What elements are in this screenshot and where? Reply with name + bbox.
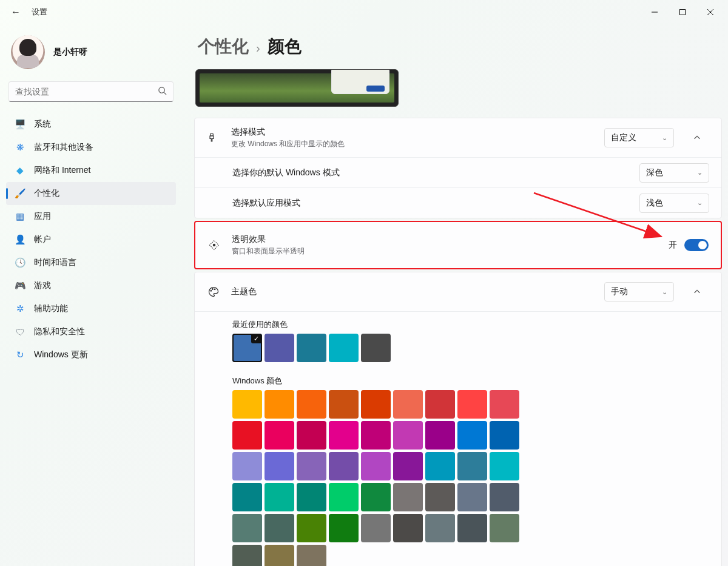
maximize-button[interactable]	[669, 2, 696, 22]
color-swatch[interactable]	[232, 514, 262, 542]
color-swatch[interactable]	[297, 421, 326, 450]
color-swatch[interactable]	[265, 390, 294, 419]
search-input[interactable]	[8, 81, 174, 102]
color-swatch[interactable]	[393, 390, 423, 419]
color-swatch[interactable]	[490, 514, 519, 542]
color-swatch[interactable]	[265, 452, 294, 480]
mode-row[interactable]: 选择模式 更改 Windows 和应用中显示的颜色 自定义⌄	[195, 118, 721, 157]
accent-dropdown[interactable]: 手动⌄	[604, 282, 674, 302]
mode-title: 选择模式	[231, 127, 593, 138]
color-swatch[interactable]	[265, 545, 294, 566]
svg-line-9	[534, 193, 661, 237]
color-swatch[interactable]	[297, 390, 326, 419]
back-button[interactable]: ←	[4, 7, 28, 18]
color-swatch[interactable]	[361, 452, 391, 480]
color-swatch[interactable]	[329, 390, 359, 419]
color-swatch[interactable]	[425, 483, 455, 511]
user-profile[interactable]: 是小轩呀	[6, 29, 176, 81]
transparency-desc: 窗口和表面显示半透明	[232, 246, 658, 257]
color-swatch[interactable]	[393, 421, 423, 450]
color-swatch[interactable]	[490, 390, 519, 419]
recent-swatch[interactable]	[361, 334, 391, 362]
color-swatch[interactable]	[490, 483, 519, 511]
color-swatch[interactable]	[329, 452, 359, 480]
color-swatch[interactable]	[393, 452, 423, 480]
color-swatch[interactable]	[297, 545, 326, 566]
color-swatch[interactable]	[265, 483, 294, 511]
sidebar-item-9[interactable]: 🛡隐私和安全性	[6, 320, 176, 343]
chevron-down-icon: ⌄	[662, 288, 667, 296]
nav-icon: 🖌️	[15, 188, 25, 199]
svg-point-12	[214, 289, 215, 290]
palette-icon	[207, 286, 220, 298]
collapse-button[interactable]	[685, 280, 709, 304]
recent-swatch[interactable]	[297, 334, 326, 362]
svg-point-4	[159, 87, 164, 93]
color-swatch[interactable]	[490, 452, 519, 480]
color-swatch[interactable]	[297, 483, 326, 511]
color-swatch[interactable]	[457, 390, 487, 419]
color-swatch[interactable]	[457, 452, 487, 480]
recent-swatch[interactable]	[232, 334, 262, 362]
color-swatch[interactable]	[425, 390, 455, 419]
color-swatch[interactable]	[457, 514, 487, 542]
windows-mode-row[interactable]: 选择你的默认 Windows 模式 深色⌄	[195, 157, 721, 187]
collapse-button[interactable]	[685, 126, 709, 150]
color-swatch[interactable]	[393, 514, 423, 542]
nav-label: Windows 更新	[34, 349, 88, 360]
color-swatch[interactable]	[425, 452, 455, 480]
color-swatch[interactable]	[232, 483, 262, 511]
sidebar-item-2[interactable]: ◆网络和 Internet	[6, 159, 176, 182]
sidebar-item-0[interactable]: 🖥️系统	[6, 113, 176, 136]
minimize-button[interactable]	[641, 2, 669, 22]
color-swatch[interactable]	[329, 483, 359, 511]
breadcrumb-parent[interactable]: 个性化	[198, 35, 249, 58]
nav-icon: ↻	[15, 349, 25, 360]
search-field[interactable]	[15, 87, 158, 96]
color-swatch[interactable]	[425, 514, 455, 542]
sidebar-item-10[interactable]: ↻Windows 更新	[6, 343, 176, 366]
accent-row[interactable]: 主题色 手动⌄	[195, 272, 721, 311]
color-swatch[interactable]	[361, 483, 391, 511]
sidebar-item-7[interactable]: 🎮游戏	[6, 274, 176, 297]
color-swatch[interactable]	[361, 421, 391, 450]
windows-mode-dropdown[interactable]: 深色⌄	[639, 163, 709, 183]
color-swatch[interactable]	[329, 421, 359, 450]
color-swatch[interactable]	[232, 452, 262, 480]
sidebar-item-4[interactable]: ▦应用	[6, 205, 176, 228]
window-title: 设置	[32, 7, 47, 18]
nav-icon: 🎮	[15, 280, 25, 291]
color-swatch[interactable]	[265, 514, 294, 542]
sidebar-item-8[interactable]: ✲辅助功能	[6, 297, 176, 320]
close-button[interactable]	[696, 2, 724, 22]
sidebar-item-1[interactable]: ❋蓝牙和其他设备	[6, 136, 176, 159]
color-swatch[interactable]	[232, 421, 262, 450]
color-swatch[interactable]	[232, 545, 262, 566]
recent-swatch[interactable]	[329, 334, 359, 362]
color-swatch[interactable]	[393, 483, 423, 511]
color-swatch[interactable]	[457, 421, 487, 450]
color-swatch[interactable]	[297, 452, 326, 480]
color-swatch[interactable]	[361, 390, 391, 419]
sidebar-item-3[interactable]: 🖌️个性化	[6, 182, 176, 205]
nav-icon: ◆	[15, 165, 25, 176]
sidebar-item-5[interactable]: 👤帐户	[6, 228, 176, 251]
chevron-down-icon: ⌄	[697, 169, 703, 177]
sidebar-item-6[interactable]: 🕓时间和语言	[6, 251, 176, 274]
color-swatch[interactable]	[265, 421, 294, 450]
color-swatch[interactable]	[361, 514, 391, 542]
color-swatch[interactable]	[232, 390, 262, 419]
color-swatch[interactable]	[490, 421, 519, 450]
avatar	[11, 35, 45, 69]
mode-dropdown[interactable]: 自定义⌄	[604, 128, 674, 147]
color-swatch[interactable]	[297, 514, 326, 542]
color-swatch[interactable]	[425, 421, 455, 450]
recent-swatch[interactable]	[265, 334, 294, 362]
svg-rect-1	[680, 10, 686, 15]
color-swatch[interactable]	[329, 514, 359, 542]
recent-colors	[195, 334, 559, 362]
nav-label: 网络和 Internet	[34, 165, 90, 176]
nav-label: 应用	[34, 211, 51, 222]
color-swatch[interactable]	[457, 483, 487, 511]
accent-card: 主题色 手动⌄ 最近使用的颜色 Windows 颜色	[194, 272, 722, 566]
